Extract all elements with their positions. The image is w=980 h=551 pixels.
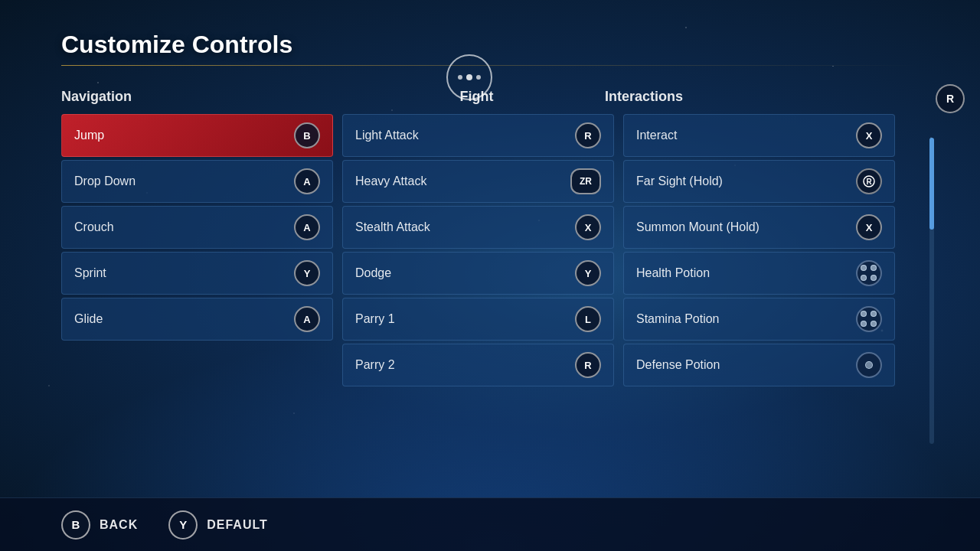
interactions-column: Interact X Far Sight (Hold) R Summon Mou…	[623, 114, 895, 386]
page-title: Customize Controls	[61, 31, 919, 59]
stamina-dots-icon	[861, 311, 877, 328]
parry-2-label: Parry 2	[355, 358, 395, 372]
jump-label: Jump	[74, 129, 104, 142]
control-dodge[interactable]: Dodge Y	[342, 252, 614, 295]
fight-circle-dots	[458, 74, 481, 80]
interactions-label: Interactions	[605, 89, 683, 104]
glide-button: A	[294, 306, 320, 332]
light-attack-label: Light Attack	[355, 129, 419, 142]
defense-potion-label: Defense Potion	[636, 358, 720, 372]
control-stamina-potion[interactable]: Stamina Potion	[623, 298, 895, 341]
fight-header: Fight	[333, 89, 605, 105]
dodge-label: Dodge	[355, 266, 391, 280]
title-divider	[61, 65, 919, 66]
control-sprint[interactable]: Sprint Y	[61, 252, 333, 295]
fight-column: Light Attack R Heavy Attack ZR Stealth A…	[342, 114, 614, 386]
control-parry-1[interactable]: Parry 1 L	[342, 298, 614, 341]
drop-down-label: Drop Down	[74, 174, 136, 188]
far-sight-button: R	[856, 168, 882, 194]
control-light-attack[interactable]: Light Attack R	[342, 114, 614, 157]
control-parry-2[interactable]: Parry 2 R	[342, 344, 614, 386]
jump-button: B	[294, 122, 320, 148]
parry-1-button: L	[575, 306, 601, 332]
stamina-potion-button	[856, 306, 882, 332]
control-health-potion[interactable]: Health Potion	[623, 252, 895, 295]
drop-down-button: A	[294, 168, 320, 194]
crouch-button: A	[294, 214, 320, 240]
control-crouch[interactable]: Crouch A	[61, 206, 333, 249]
dot-center	[466, 74, 472, 80]
interact-button: X	[856, 122, 882, 148]
control-stealth-attack[interactable]: Stealth Attack X	[342, 206, 614, 249]
summon-mount-label: Summon Mount (Hold)	[636, 220, 760, 234]
heavy-attack-label: Heavy Attack	[355, 174, 426, 188]
potion-dots-icon	[861, 265, 877, 282]
navigation-column: Jump B Drop Down A Crouch A Sprint Y Gli…	[61, 114, 333, 386]
navigation-label: Navigation	[61, 89, 132, 104]
column-headers: Navigation Fight Interactions	[61, 81, 919, 105]
stamina-potion-label: Stamina Potion	[636, 312, 720, 326]
fight-circle	[446, 54, 492, 100]
stealth-attack-label: Stealth Attack	[355, 220, 430, 234]
crouch-label: Crouch	[74, 220, 114, 234]
control-heavy-attack[interactable]: Heavy Attack ZR	[342, 160, 614, 203]
dodge-button: Y	[575, 260, 601, 286]
control-glide[interactable]: Glide A	[61, 298, 333, 341]
heavy-attack-button: ZR	[570, 168, 601, 194]
interact-label: Interact	[636, 129, 677, 142]
control-defense-potion[interactable]: Defense Potion	[623, 344, 895, 386]
sprint-label: Sprint	[74, 266, 106, 280]
control-jump[interactable]: Jump B	[61, 114, 333, 157]
defense-dot-icon	[865, 361, 873, 369]
summon-mount-button: X	[856, 214, 882, 240]
health-potion-button	[856, 260, 882, 286]
defense-potion-button	[856, 352, 882, 378]
controls-grid: Jump B Drop Down A Crouch A Sprint Y Gli…	[61, 114, 919, 386]
control-interact[interactable]: Interact X	[623, 114, 895, 157]
parry-2-button: R	[575, 352, 601, 378]
health-potion-label: Health Potion	[636, 266, 710, 280]
control-drop-down[interactable]: Drop Down A	[61, 160, 333, 203]
interactions-header: Interactions	[605, 89, 877, 105]
main-content: Customize Controls Navigation Fight Inte…	[0, 0, 980, 551]
control-summon-mount[interactable]: Summon Mount (Hold) X	[623, 206, 895, 249]
glide-label: Glide	[74, 312, 103, 326]
nav-header: Navigation	[61, 89, 333, 105]
stealth-attack-button: X	[575, 214, 601, 240]
light-attack-button: R	[575, 122, 601, 148]
far-sight-label: Far Sight (Hold)	[636, 174, 723, 188]
dot-left	[458, 75, 462, 80]
dot-right	[476, 75, 481, 80]
parry-1-label: Parry 1	[355, 312, 395, 326]
control-far-sight[interactable]: Far Sight (Hold) R	[623, 160, 895, 203]
sprint-button: Y	[294, 260, 320, 286]
svg-text:R: R	[866, 178, 872, 186]
